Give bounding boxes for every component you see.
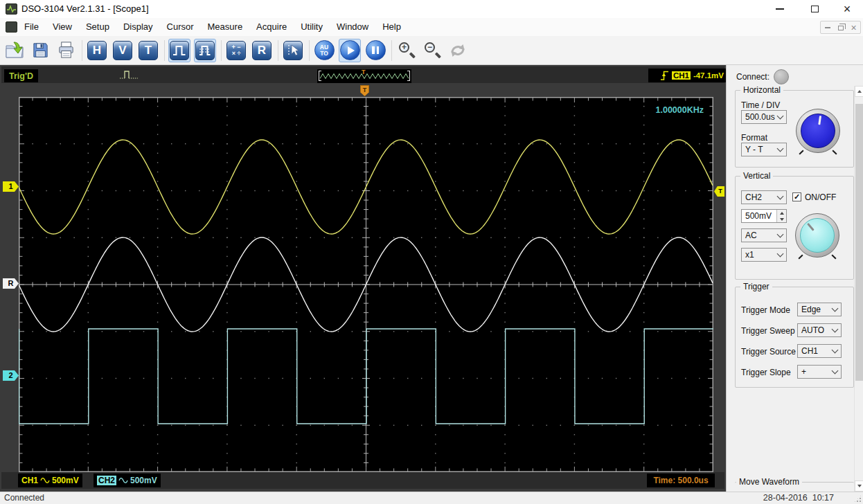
trigger-setup-button[interactable]: T (137, 39, 159, 62)
trigger-group: Trigger Trigger Mode Edge Trigger Sweep … (735, 287, 854, 388)
zoom-in-button[interactable]: + (395, 39, 418, 62)
ch2-scale-readout[interactable]: CH2 500mV (94, 474, 161, 487)
ac-coupling-icon (40, 477, 50, 484)
menu-view[interactable]: View (46, 18, 79, 36)
menu-display[interactable]: Display (116, 18, 160, 36)
menu-cursor[interactable]: Cursor (160, 18, 201, 36)
open-button[interactable] (3, 39, 26, 62)
timebase-readout: Time: 500.0us (647, 474, 715, 487)
stepper-down-button[interactable] (777, 216, 786, 222)
preview-trigger-marker[interactable]: T (362, 69, 366, 75)
resize-grip[interactable] (853, 494, 862, 503)
save-button[interactable] (29, 39, 51, 62)
minimize-button[interactable] (771, 0, 789, 18)
cursor-measure-button[interactable] (282, 39, 304, 62)
pulse-train-button[interactable] (194, 39, 216, 62)
mdi-close-button[interactable]: × (847, 21, 860, 33)
t-letter-icon: T (139, 41, 158, 60)
v-letter-icon: V (113, 41, 132, 60)
zoom-out-button[interactable]: − (421, 39, 443, 62)
scrollbar-thumb[interactable] (855, 104, 863, 381)
mdi-restore-icon (838, 26, 844, 30)
run-button[interactable] (339, 39, 361, 62)
pulse-single-button[interactable] (168, 39, 190, 62)
waveform-preview[interactable]: T (317, 69, 411, 83)
format-select[interactable]: Y - T (741, 143, 787, 156)
time-div-label: Time / DIV (741, 100, 780, 110)
trigger-slope-select[interactable]: + (797, 365, 842, 379)
chevron-down-icon (777, 145, 784, 152)
scrollbar-down-button[interactable] (855, 480, 863, 492)
trigger-position-marker[interactable]: T (360, 85, 369, 96)
vertical-setup-button[interactable]: V (112, 39, 134, 62)
autoset-button[interactable]: AUTO (313, 39, 335, 62)
printer-icon (57, 41, 75, 60)
horizontal-group: Horizontal Time / DIV 500.0us Format Y -… (735, 90, 854, 168)
menu-help[interactable]: Help (375, 18, 408, 36)
coupling-select[interactable]: AC (741, 228, 787, 242)
menu-setup[interactable]: Setup (79, 18, 116, 36)
ch1-ground-marker[interactable]: 1 (3, 181, 19, 192)
pause-button[interactable] (364, 39, 386, 62)
knob-limit-tick (799, 150, 803, 154)
trigger-level-marker[interactable]: T (714, 186, 724, 197)
time-div-select[interactable]: 500.0us (741, 110, 787, 124)
panel-scrollbar[interactable] (854, 86, 863, 492)
ch2-ground-marker[interactable]: 2 (3, 370, 19, 381)
pause-icon (366, 40, 386, 60)
trigger-readout: CH1 -47.1mV (648, 69, 726, 82)
trigger-source-label: Trigger Source (741, 347, 796, 357)
menu-window[interactable]: Window (330, 18, 375, 36)
trigger-source-select[interactable]: CH1 (797, 344, 842, 358)
move-waveform-group: Move Waveform (735, 482, 854, 492)
ref-ground-marker[interactable]: R (3, 278, 19, 289)
channel-select[interactable]: CH2 (741, 190, 787, 204)
horizontal-position-knob[interactable] (796, 109, 840, 153)
chevron-down-icon (832, 325, 839, 332)
auto-icon: AUTO (314, 40, 335, 60)
rising-edge-icon (660, 70, 669, 81)
probe-select[interactable]: x1 (741, 248, 787, 262)
stepper-up-button[interactable] (777, 210, 786, 216)
minimize-icon (776, 8, 784, 10)
title-bar: DSO-3104 Ver2.1.31 - [Scope1] × (0, 0, 863, 18)
channel-onoff-checkbox[interactable]: ✓ (792, 192, 801, 201)
close-button[interactable]: × (838, 0, 856, 18)
trigger-mode-select[interactable]: Edge (797, 303, 842, 316)
trigger-sweep-select[interactable]: AUTO (797, 323, 842, 337)
volts-div-stepper[interactable]: 500mV (741, 209, 787, 223)
toolbar-separator (82, 40, 82, 61)
reference-button[interactable]: R (251, 39, 273, 62)
print-button[interactable] (55, 39, 77, 62)
toolbar-separator (391, 40, 392, 61)
toolbar-separator (309, 40, 310, 61)
cursor-icon (283, 41, 303, 60)
math-button[interactable]: + −× ÷ (225, 39, 247, 62)
scrollbar-up-button[interactable] (855, 86, 863, 97)
connect-indicator[interactable] (774, 69, 789, 84)
menu-utility[interactable]: Utility (294, 18, 330, 36)
chevron-down-icon (777, 250, 784, 257)
horizontal-setup-button[interactable]: H (86, 39, 108, 62)
menu-file[interactable]: File (17, 18, 46, 36)
knob-limit-tick (831, 254, 836, 259)
window-title: DSO-3104 Ver2.1.31 - [Scope1] (21, 0, 149, 18)
mdi-minimize-button[interactable] (821, 21, 834, 33)
maximize-button[interactable] (806, 0, 824, 18)
vertical-position-knob[interactable] (795, 213, 839, 258)
refresh-button[interactable] (447, 39, 469, 62)
knob-pointer (807, 223, 815, 231)
trigger-source-badge: CH1 (672, 71, 691, 80)
ch1-name: CH1 (21, 476, 38, 485)
menu-measure[interactable]: Measure (201, 18, 250, 36)
format-label: Format (741, 133, 767, 143)
menu-acquire[interactable]: Acquire (249, 18, 294, 36)
ac-coupling-icon (118, 477, 128, 484)
waveform-screen[interactable]: 1.00000KHz (19, 97, 713, 472)
horizontal-group-title: Horizontal (740, 85, 783, 95)
ch1-scale-readout[interactable]: CH1 500mV (18, 474, 82, 487)
mdi-minimize-icon (825, 27, 830, 28)
mdi-restore-button[interactable] (834, 21, 847, 33)
toolbar-separator (221, 40, 222, 61)
r-letter-icon: R (252, 41, 272, 60)
